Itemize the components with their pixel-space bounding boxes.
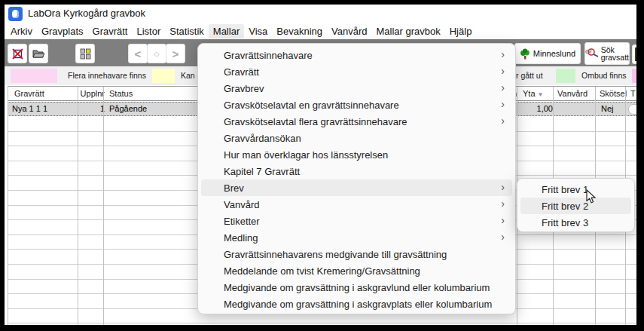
menu-item-gravbrev[interactable]: Gravbrev› (201, 80, 512, 97)
menu-item-vanvard[interactable]: Vanvård› (201, 196, 512, 213)
menu-item-hur-man-overklagar[interactable]: Hur man överklagar hos länsstyrelsen (201, 146, 512, 163)
prev-record-button[interactable]: < (128, 44, 148, 63)
brev-submenu: Fritt brev 1 Fritt brev 2 Fritt brev 3 (517, 178, 635, 232)
cell-upplnr: 1 (78, 104, 105, 113)
circle-icon: ○ (154, 49, 160, 59)
cell-status: Pågående (109, 104, 147, 113)
current-record-button[interactable]: ○ (147, 44, 166, 63)
menu-item-medling[interactable]: Medling› (201, 229, 512, 246)
minneslund-button[interactable]: Minneslund (514, 43, 581, 64)
menubar-item-visa[interactable]: Visa (244, 24, 272, 38)
menu-item-medgivande-askgravplats[interactable]: Medgivande om gravsättning i askgravplat… (201, 296, 512, 312)
grid-view-button[interactable] (75, 44, 95, 63)
chevron-left-icon: < (135, 48, 142, 60)
menu-item-kapitel-7[interactable]: Kapitel 7 Gravrätt (201, 163, 512, 179)
legend-swatch-pink (11, 69, 57, 83)
exit-icon (12, 48, 23, 60)
submenu-item-fritt-brev-1[interactable]: Fritt brev 1 (520, 181, 631, 198)
sort-desc-icon: ▼ (538, 91, 544, 98)
legend-label-ombud-finns: Ombud finns (581, 71, 627, 80)
submenu-arrow-icon: › (501, 214, 505, 226)
menubar-item-vanvard[interactable]: Vanvård (327, 24, 371, 38)
menubar-item-bevakning[interactable]: Bevakning (272, 24, 327, 38)
legend-swatch-yellow (152, 69, 175, 83)
menubar-item-arkiv[interactable]: Arkiv (6, 24, 37, 38)
window-title: LabOra Kyrkogård gravbok (28, 8, 145, 19)
legend-label-gatt-ut-tail: r gått ut (516, 71, 543, 80)
menu-item-gravskotselavtal-flera[interactable]: Gravskötselavtal flera gravrättsinnehava… (201, 113, 512, 130)
menu-item-medgivande-askgravlund[interactable]: Medgivande om gravsättning i askgravlund… (201, 279, 512, 296)
gridline-gravratt-upplnr (78, 87, 78, 325)
column-header-status[interactable]: Status (109, 89, 133, 98)
menu-bar: Arkiv Gravplats Gravrätt Listor Statisti… (5, 23, 636, 39)
menubar-item-gravratt[interactable]: Gravrätt (88, 24, 133, 38)
gridline-upplnr-status (103, 87, 104, 325)
submenu-arrow-icon: › (501, 181, 505, 193)
title-bar: LabOra Kyrkogård gravbok (5, 5, 636, 23)
column-header-yta[interactable]: Yta ▼ (523, 89, 544, 98)
search-grave-icon: Gr (585, 48, 598, 60)
menu-item-gravrattsinnehavare[interactable]: Gravrättsinnehavare› (201, 47, 512, 63)
portrait-icon (635, 48, 636, 61)
menu-item-meddelande-tvist[interactable]: Meddelande om tvist Kremering/Gravsättni… (201, 262, 512, 279)
submenu-arrow-icon: › (501, 198, 505, 210)
open-button[interactable] (29, 44, 48, 63)
cell-yta: 1,00 (523, 104, 553, 113)
column-header-gravratt[interactable]: Gravrätt (14, 89, 44, 98)
menubar-item-hjalp[interactable]: Hjälp (445, 24, 477, 38)
portrait-button[interactable] (632, 44, 636, 64)
submenu-item-fritt-brev-2[interactable]: Fritt brev 2 (520, 198, 631, 214)
cell-t-toggle[interactable] (628, 104, 636, 115)
menu-item-medgivande-till-gravsattning[interactable]: Gravrättsinnehavarens medgivande till gr… (201, 246, 512, 262)
submenu-arrow-icon: › (501, 98, 505, 110)
menu-item-gravratt[interactable]: Gravrätt› (201, 63, 512, 80)
grid-squares-icon (80, 48, 91, 60)
column-header-vanvard[interactable]: Vanvård (557, 89, 588, 98)
menu-item-gravvardansokan[interactable]: Gravvårdansökan (201, 130, 512, 146)
minneslund-label: Minneslund (533, 49, 575, 58)
exit-button[interactable] (8, 44, 27, 63)
tree-icon (520, 48, 530, 60)
screenshot-frame: LabOra Kyrkogård gravbok Arkiv Gravplats… (0, 0, 644, 331)
menubar-item-mallar-gravbok[interactable]: Mallar gravbok (371, 24, 444, 38)
column-header-skotsel[interactable]: Skötsel (600, 89, 627, 98)
mallar-dropdown-menu: Gravrättsinnehavare› Gravrätt› Gravbrev›… (197, 43, 516, 314)
column-header-t[interactable]: T (630, 89, 636, 98)
submenu-arrow-icon: › (501, 48, 505, 60)
sok-gravsatt-label: Sök gravsatt (601, 46, 629, 61)
next-record-button[interactable]: > (166, 44, 185, 63)
chevron-right-icon: > (172, 48, 179, 60)
cell-gravratt: Nya 1 1 1 (12, 104, 47, 113)
menu-item-brev[interactable]: Brev› (201, 179, 512, 196)
app-icon (8, 7, 23, 21)
sok-gravsatt-button[interactable]: Gr Sök gravsatt (584, 42, 630, 65)
legend-swatch-magenta (632, 69, 636, 83)
submenu-arrow-icon: › (501, 231, 505, 243)
table-left-border (8, 87, 8, 325)
submenu-arrow-icon: › (501, 115, 505, 127)
menu-item-etiketter[interactable]: Etiketter› (201, 213, 512, 229)
menubar-item-listor[interactable]: Listor (133, 24, 166, 38)
menubar-item-statistik[interactable]: Statistik (165, 24, 209, 38)
menubar-item-gravplats[interactable]: Gravplats (37, 24, 88, 38)
mouse-cursor (585, 189, 597, 204)
submenu-arrow-icon: › (501, 65, 505, 77)
menubar-item-mallar[interactable]: Mallar (209, 24, 244, 38)
submenu-item-fritt-brev-3[interactable]: Fritt brev 3 (520, 214, 631, 231)
app-window: LabOra Kyrkogård gravbok Arkiv Gravplats… (5, 5, 636, 325)
submenu-arrow-icon: › (501, 81, 505, 93)
open-folder-icon (32, 48, 45, 59)
legend-swatch-green (556, 69, 575, 83)
legend-label-flera-innehavare: Flera innehavare finns (68, 71, 146, 80)
menu-item-gravskotselavtal-en[interactable]: Gravskötselavtal en gravrättsinnehavare› (201, 97, 512, 113)
column-header-upplnr[interactable]: Upplnr (78, 89, 105, 98)
cell-skotsel: Nej (601, 104, 614, 113)
